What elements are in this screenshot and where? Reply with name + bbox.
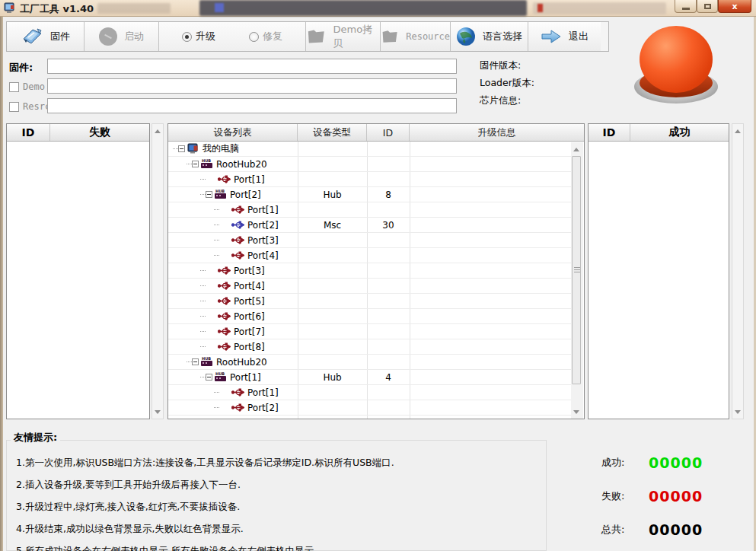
firmware-path-label: 固件: — [9, 61, 33, 75]
device-tree-label: Port[1] — [234, 174, 265, 185]
device-type-cell — [298, 172, 367, 186]
scroll-up-icon[interactable] — [732, 125, 743, 137]
device-tree-row[interactable]: Port[2] — [168, 400, 572, 416]
fail-table-fail-header[interactable]: 失败 — [50, 124, 149, 141]
device-tree-label: Port[5] — [234, 296, 265, 307]
collapse-icon[interactable] — [206, 191, 212, 198]
repair-radio-label: 修复 — [263, 30, 282, 43]
status-lamp-dome — [640, 26, 713, 93]
fail-counter: 失败: 00000 — [601, 488, 750, 505]
resrc-path-input[interactable] — [47, 98, 457, 113]
collapse-icon[interactable] — [206, 374, 212, 381]
fail-table-id-header[interactable]: ID — [7, 124, 50, 141]
device-tree-row[interactable]: Port[4] — [168, 279, 572, 294]
device-type-cell — [298, 142, 367, 156]
device-tree-row[interactable]: HUBRootHub20 — [168, 157, 572, 172]
demo-checkbox[interactable] — [9, 82, 19, 92]
device-list-header[interactable]: 设备列表 — [168, 124, 298, 141]
upgrade-radio[interactable]: 升级 — [182, 30, 215, 43]
device-tree-row[interactable]: Port[8] — [168, 339, 572, 355]
device-tree-label: Port[4] — [234, 281, 265, 291]
device-tree-label: Port[8] — [234, 342, 265, 352]
device-id-cell: 30 — [367, 218, 410, 232]
device-id-cell — [367, 157, 410, 171]
demo-path-input[interactable] — [47, 78, 457, 94]
success-table-scrollbar[interactable] — [732, 123, 744, 419]
minimize-button[interactable] — [675, 0, 697, 13]
tip-line: 5.所有成功设备会在右侧表格中显示,所有失败设备会在左侧表格中显示. — [16, 540, 394, 551]
firmware-version-label: 固件版本: — [480, 59, 521, 72]
app-icon — [4, 2, 16, 14]
device-id-cell — [367, 416, 410, 419]
resource-button[interactable]: Resource — [381, 22, 451, 51]
success-table-success-header[interactable]: 成功 — [630, 124, 729, 141]
device-tree-row[interactable]: Port[1] — [168, 385, 572, 400]
language-select-button[interactable]: 语言选择 — [451, 22, 528, 51]
device-tree-row[interactable]: HUBRootHub20 — [168, 355, 572, 370]
device-tree-row[interactable]: Port[3] — [168, 416, 572, 419]
demo-checkbox-row: Demo — [9, 81, 45, 92]
device-tree-row[interactable]: Port[6] — [168, 309, 572, 324]
device-tree-row[interactable]: Port[5] — [168, 294, 572, 309]
firmware-button[interactable]: 固件 — [7, 22, 85, 51]
device-type-cell — [298, 339, 367, 354]
close-button[interactable]: x — [718, 0, 751, 13]
device-grid-scrollbar[interactable] — [571, 142, 583, 419]
device-tree-row[interactable]: Port[1] — [168, 172, 572, 187]
fail-table-scrollbar[interactable] — [152, 123, 164, 419]
resrc-checkbox[interactable] — [9, 102, 19, 112]
device-grid: 设备列表 设备类型 ID 升级信息 我的电脑HUBRootHub20 — [167, 123, 585, 419]
scrollbar-thumb[interactable] — [572, 156, 581, 384]
exit-button[interactable]: 退出 — [528, 22, 601, 51]
firmware-path-input[interactable] — [47, 59, 457, 74]
device-type-cell — [298, 309, 367, 323]
device-tree-row[interactable]: Port[7] — [168, 324, 572, 339]
scroll-down-icon[interactable] — [571, 406, 582, 418]
usb-icon-red — [231, 403, 244, 412]
scroll-down-icon[interactable] — [732, 406, 743, 418]
device-type-cell — [298, 157, 367, 171]
device-id-cell — [367, 248, 410, 263]
device-tree-row[interactable]: Port[1] — [168, 202, 572, 218]
tip-line: 3.升级过程中,绿灯亮,接入设备,红灯亮,不要拔插设备. — [16, 495, 394, 518]
device-tree-label: RootHub20 — [216, 357, 267, 368]
collapse-icon[interactable] — [192, 161, 199, 167]
start-button[interactable]: 启动 — [85, 22, 159, 51]
fail-table: ID 失败 — [6, 123, 150, 419]
scroll-up-icon[interactable] — [571, 143, 582, 155]
device-type-cell: Hub — [298, 370, 367, 384]
device-tree-row[interactable]: Port[2]Msc30 — [168, 218, 572, 233]
device-id-cell — [367, 355, 410, 369]
titlebar: 工厂工具 v1.40 x — [0, 0, 756, 17]
usb-icon-red — [218, 327, 231, 336]
exit-button-label: 退出 — [569, 30, 589, 43]
collapse-icon[interactable] — [192, 358, 199, 365]
device-tree-row[interactable]: HUBPort[1]Hub4 — [168, 370, 572, 385]
device-id-cell — [367, 202, 410, 217]
device-tree-row[interactable]: Port[3] — [168, 233, 572, 248]
device-tree-row[interactable]: 我的电脑 — [168, 142, 572, 157]
success-table-id-header[interactable]: ID — [589, 124, 630, 141]
hub-icon: HUB — [201, 159, 213, 169]
repair-radio[interactable]: 修复 — [249, 30, 282, 43]
device-id-cell — [367, 400, 410, 415]
factory-tool-window: 工厂工具 v1.40 x 固件 启动 — [0, 0, 756, 551]
collapse-icon[interactable] — [178, 145, 185, 152]
hub-icon: HUB — [215, 190, 227, 199]
folder-icon — [306, 28, 327, 45]
scroll-down-icon[interactable] — [152, 406, 163, 418]
device-id-header[interactable]: ID — [367, 124, 410, 141]
device-tree-row[interactable]: HUBPort[2]Hub8 — [168, 187, 572, 202]
scroll-up-icon[interactable] — [152, 125, 163, 137]
device-id-cell — [367, 263, 410, 278]
device-tree-row[interactable]: Port[4] — [168, 248, 572, 263]
upgrade-info-header[interactable]: 升级信息 — [410, 124, 584, 141]
device-type-cell: Hub — [298, 187, 367, 202]
device-type-header[interactable]: 设备类型 — [298, 124, 367, 141]
usb-icon-red — [231, 205, 244, 214]
maximize-button[interactable] — [697, 0, 718, 13]
device-type-cell — [298, 233, 367, 247]
device-tree-label: Port[7] — [234, 326, 265, 337]
demo-copy-button[interactable]: Demo拷贝 — [306, 22, 381, 51]
device-tree-row[interactable]: Port[3] — [168, 263, 572, 279]
